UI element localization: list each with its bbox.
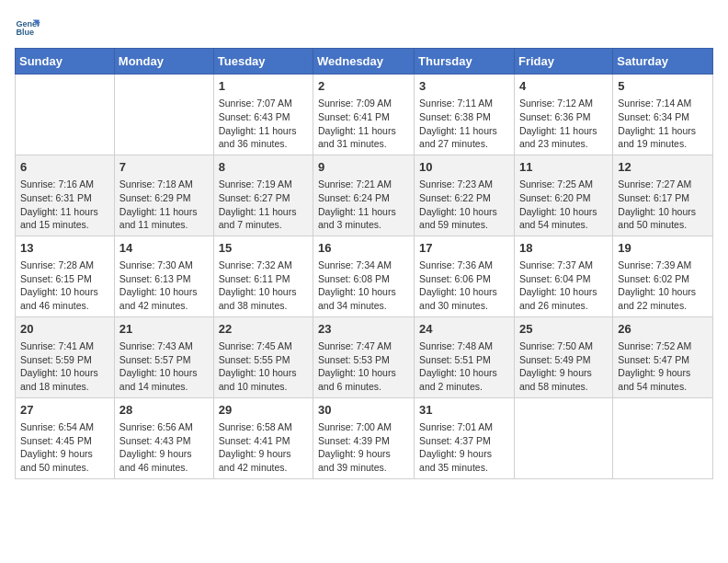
day-info: Sunrise: 7:14 AM Sunset: 6:34 PM Dayligh… (618, 97, 708, 151)
header-cell-tuesday: Tuesday (213, 49, 313, 75)
logo: General Blue (15, 15, 44, 40)
day-number: 23 (318, 321, 409, 338)
calendar-cell: 29Sunrise: 6:58 AM Sunset: 4:41 PM Dayli… (213, 397, 313, 478)
calendar-cell: 3Sunrise: 7:11 AM Sunset: 6:38 PM Daylig… (415, 75, 515, 155)
calendar-cell: 1Sunrise: 7:07 AM Sunset: 6:43 PM Daylig… (213, 75, 313, 155)
day-number: 21 (119, 321, 209, 338)
calendar-cell: 17Sunrise: 7:36 AM Sunset: 6:06 PM Dayli… (415, 236, 515, 316)
day-number: 4 (519, 78, 608, 95)
day-number: 11 (519, 159, 608, 176)
header-cell-thursday: Thursday (415, 49, 515, 75)
week-row-1: 1Sunrise: 7:07 AM Sunset: 6:43 PM Daylig… (16, 75, 713, 155)
day-number: 1 (219, 78, 308, 95)
header-cell-saturday: Saturday (613, 49, 713, 75)
header-cell-friday: Friday (514, 49, 612, 75)
week-row-5: 27Sunrise: 6:54 AM Sunset: 4:45 PM Dayli… (16, 397, 713, 478)
header-cell-sunday: Sunday (16, 49, 115, 75)
calendar-cell: 23Sunrise: 7:47 AM Sunset: 5:53 PM Dayli… (313, 316, 415, 397)
day-info: Sunrise: 7:36 AM Sunset: 6:06 PM Dayligh… (419, 259, 509, 313)
calendar-cell: 28Sunrise: 6:56 AM Sunset: 4:43 PM Dayli… (114, 397, 213, 478)
day-info: Sunrise: 7:01 AM Sunset: 4:37 PM Dayligh… (419, 420, 509, 475)
day-number: 13 (20, 240, 109, 257)
calendar-cell: 2Sunrise: 7:09 AM Sunset: 6:41 PM Daylig… (313, 75, 415, 155)
calendar-cell: 22Sunrise: 7:45 AM Sunset: 5:55 PM Dayli… (213, 316, 313, 397)
header-row: SundayMondayTuesdayWednesdayThursdayFrid… (16, 49, 713, 75)
day-number: 12 (618, 159, 708, 176)
calendar-cell: 4Sunrise: 7:12 AM Sunset: 6:36 PM Daylig… (514, 75, 612, 155)
day-info: Sunrise: 7:16 AM Sunset: 6:31 PM Dayligh… (20, 178, 109, 232)
calendar-cell: 12Sunrise: 7:27 AM Sunset: 6:17 PM Dayli… (613, 155, 713, 236)
day-info: Sunrise: 7:28 AM Sunset: 6:15 PM Dayligh… (20, 259, 109, 313)
day-number: 20 (20, 321, 109, 338)
day-number: 7 (119, 159, 209, 176)
calendar-cell: 15Sunrise: 7:32 AM Sunset: 6:11 PM Dayli… (213, 236, 313, 316)
day-number: 16 (318, 240, 409, 257)
day-number: 19 (618, 240, 708, 257)
calendar-cell: 27Sunrise: 6:54 AM Sunset: 4:45 PM Dayli… (16, 397, 115, 478)
day-info: Sunrise: 7:43 AM Sunset: 5:57 PM Dayligh… (119, 339, 209, 394)
svg-text:Blue: Blue (16, 28, 34, 37)
day-number: 24 (419, 321, 509, 338)
calendar-cell: 7Sunrise: 7:18 AM Sunset: 6:29 PM Daylig… (114, 155, 213, 236)
day-number: 17 (419, 240, 509, 257)
calendar-cell: 10Sunrise: 7:23 AM Sunset: 6:22 PM Dayli… (415, 155, 515, 236)
day-number: 31 (419, 402, 509, 419)
day-info: Sunrise: 6:58 AM Sunset: 4:41 PM Dayligh… (219, 420, 308, 475)
week-row-2: 6Sunrise: 7:16 AM Sunset: 6:31 PM Daylig… (16, 155, 713, 236)
day-info: Sunrise: 7:39 AM Sunset: 6:02 PM Dayligh… (618, 259, 708, 313)
week-row-4: 20Sunrise: 7:41 AM Sunset: 5:59 PM Dayli… (16, 316, 713, 397)
header-cell-wednesday: Wednesday (313, 49, 415, 75)
day-number: 26 (618, 321, 708, 338)
day-number: 2 (318, 78, 409, 95)
day-info: Sunrise: 6:54 AM Sunset: 4:45 PM Dayligh… (20, 420, 109, 475)
day-number: 27 (20, 402, 109, 419)
calendar-cell: 9Sunrise: 7:21 AM Sunset: 6:24 PM Daylig… (313, 155, 415, 236)
day-info: Sunrise: 7:32 AM Sunset: 6:11 PM Dayligh… (219, 259, 308, 313)
day-info: Sunrise: 7:45 AM Sunset: 5:55 PM Dayligh… (219, 339, 308, 394)
calendar-cell: 5Sunrise: 7:14 AM Sunset: 6:34 PM Daylig… (613, 75, 713, 155)
day-number: 15 (219, 240, 308, 257)
day-number: 8 (219, 159, 308, 176)
day-number: 5 (618, 78, 708, 95)
day-info: Sunrise: 7:48 AM Sunset: 5:51 PM Dayligh… (419, 339, 509, 394)
day-number: 22 (219, 321, 308, 338)
calendar-cell: 18Sunrise: 7:37 AM Sunset: 6:04 PM Dayli… (514, 236, 612, 316)
calendar-cell: 6Sunrise: 7:16 AM Sunset: 6:31 PM Daylig… (16, 155, 115, 236)
calendar-cell: 14Sunrise: 7:30 AM Sunset: 6:13 PM Dayli… (114, 236, 213, 316)
day-info: Sunrise: 7:25 AM Sunset: 6:20 PM Dayligh… (519, 178, 608, 232)
page-header: General Blue (15, 15, 713, 40)
day-info: Sunrise: 6:56 AM Sunset: 4:43 PM Dayligh… (119, 420, 209, 475)
day-number: 10 (419, 159, 509, 176)
day-info: Sunrise: 7:41 AM Sunset: 5:59 PM Dayligh… (20, 339, 109, 394)
calendar-cell: 21Sunrise: 7:43 AM Sunset: 5:57 PM Dayli… (114, 316, 213, 397)
day-info: Sunrise: 7:11 AM Sunset: 6:38 PM Dayligh… (419, 97, 509, 151)
calendar-cell: 20Sunrise: 7:41 AM Sunset: 5:59 PM Dayli… (16, 316, 115, 397)
calendar-cell: 25Sunrise: 7:50 AM Sunset: 5:49 PM Dayli… (514, 316, 612, 397)
day-info: Sunrise: 7:34 AM Sunset: 6:08 PM Dayligh… (318, 259, 409, 313)
day-info: Sunrise: 7:21 AM Sunset: 6:24 PM Dayligh… (318, 178, 409, 232)
calendar-cell (114, 75, 213, 155)
day-number: 25 (519, 321, 608, 338)
day-info: Sunrise: 7:47 AM Sunset: 5:53 PM Dayligh… (318, 339, 409, 394)
day-info: Sunrise: 7:18 AM Sunset: 6:29 PM Dayligh… (119, 178, 209, 232)
day-info: Sunrise: 7:52 AM Sunset: 5:47 PM Dayligh… (618, 339, 708, 394)
calendar-cell (613, 397, 713, 478)
header-cell-monday: Monday (114, 49, 213, 75)
day-info: Sunrise: 7:50 AM Sunset: 5:49 PM Dayligh… (519, 339, 608, 394)
day-info: Sunrise: 7:12 AM Sunset: 6:36 PM Dayligh… (519, 97, 608, 151)
day-info: Sunrise: 7:19 AM Sunset: 6:27 PM Dayligh… (219, 178, 308, 232)
day-info: Sunrise: 7:07 AM Sunset: 6:43 PM Dayligh… (219, 97, 308, 151)
day-number: 28 (119, 402, 209, 419)
calendar-cell: 30Sunrise: 7:00 AM Sunset: 4:39 PM Dayli… (313, 397, 415, 478)
calendar-cell: 16Sunrise: 7:34 AM Sunset: 6:08 PM Dayli… (313, 236, 415, 316)
calendar-cell: 11Sunrise: 7:25 AM Sunset: 6:20 PM Dayli… (514, 155, 612, 236)
day-info: Sunrise: 7:37 AM Sunset: 6:04 PM Dayligh… (519, 259, 608, 313)
calendar-table: SundayMondayTuesdayWednesdayThursdayFrid… (15, 48, 713, 479)
day-number: 18 (519, 240, 608, 257)
day-info: Sunrise: 7:30 AM Sunset: 6:13 PM Dayligh… (119, 259, 209, 313)
calendar-cell (16, 75, 115, 155)
calendar-cell (514, 397, 612, 478)
day-number: 6 (20, 159, 109, 176)
calendar-cell: 8Sunrise: 7:19 AM Sunset: 6:27 PM Daylig… (213, 155, 313, 236)
calendar-cell: 24Sunrise: 7:48 AM Sunset: 5:51 PM Dayli… (415, 316, 515, 397)
